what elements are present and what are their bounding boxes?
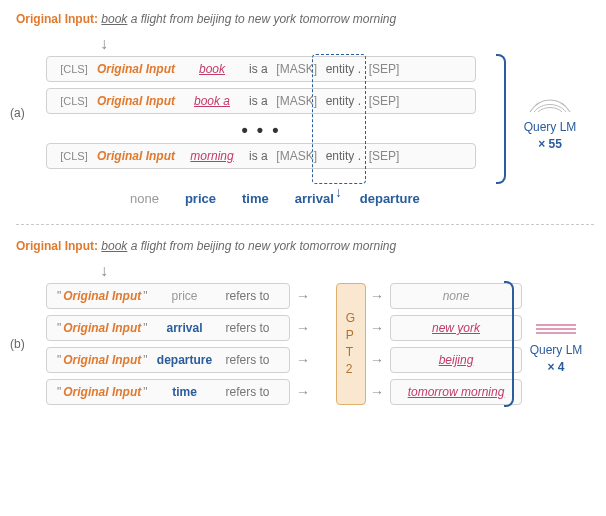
sentence-rest: a flight from beijing to new york tomorr… [127,12,396,26]
query-lm-mult: × 4 [547,360,564,374]
original-input-chip: Original Input [63,385,141,399]
arrow-right-icon: → [290,352,316,368]
mask-token: [MASK] [272,94,322,108]
arrow-right-icon: → [290,288,316,304]
quote-open: " [55,353,63,367]
query-lm-mult: × 55 [538,137,562,151]
arrow-down-icon: ↓ [100,263,594,279]
output-span: new york [432,321,480,335]
span-text: book a [179,94,245,108]
gen-prompt-box: " Original Input " departure refers to [46,347,290,373]
lm-arc-icon [528,94,572,114]
arrow-right-icon: → [290,320,316,336]
refers-to: refers to [220,385,270,399]
gpt2-box: G P T 2 [336,283,366,405]
section-b: Original Input: book a flight from beiji… [16,239,594,405]
quote-open: " [55,385,63,399]
label-time: time [242,191,269,206]
sep-token: [SEP] [365,94,403,108]
original-input-label: Original Input: [16,239,98,253]
section-b-rows: (b) G P T 2 Query LM × 4 " Original Inpu… [16,283,594,405]
section-divider [16,224,594,225]
span-text: morning [179,149,245,163]
original-input-line-a: Original Input: book a flight from beiji… [16,12,594,26]
original-sentence: book a flight from beijing to new york t… [101,239,396,253]
section-a: Original Input: book a flight from beiji… [16,12,594,206]
arrow-right-icon: → [364,288,390,304]
query-lm-label: Query LM [530,343,583,357]
label-arrival: arrival [295,191,334,206]
gen-prompt-box: " Original Input " price refers to [46,283,290,309]
is-a-text: is a [245,149,272,163]
original-input-chip: Original Input [93,94,179,108]
label-candidates: none price time arrival departure [130,191,594,206]
original-input-chip: Original Input [63,321,141,335]
quote-close: " [141,289,149,303]
mask-arrow-icon: ↓ [335,184,342,200]
arrow-right-icon: → [364,384,390,400]
prompt-row: [CLS] Original Input book is a [MASK] en… [46,56,476,82]
bracket-icon [504,281,514,407]
mask-token: [MASK] [272,62,322,76]
output-span: tomorrow morning [408,385,505,399]
label-departure: departure [360,191,420,206]
quote-close: " [141,353,149,367]
slot-name: time [150,385,220,399]
query-lm-label: Query LM [524,120,577,134]
original-input-label: Original Input: [16,12,98,26]
output-span: none [443,289,470,303]
prompt-row: [CLS] Original Input morning is a [MASK]… [46,143,476,169]
label-none: none [130,191,159,206]
original-input-chip: Original Input [63,353,141,367]
span-text: book [179,62,245,76]
lm-lines-icon [534,321,578,337]
section-b-marker: (b) [10,337,25,351]
original-input-chip: Original Input [93,149,179,163]
query-lm-b: Query LM × 4 [520,321,592,375]
section-a-marker: (a) [10,106,25,120]
bracket-icon [496,54,506,184]
section-a-rows: (a) ↓ [CLS] Original Input book is a [MA… [16,56,594,169]
query-lm-a: Query LM × 55 [514,94,586,152]
original-sentence: book a flight from beijing to new york t… [101,12,396,26]
gen-output-box: beijing [390,347,522,373]
original-input-line-b: Original Input: book a flight from beiji… [16,239,594,253]
prompt-row: [CLS] Original Input book a is a [MASK] … [46,88,476,114]
ellipsis-icon: • • • [46,120,476,141]
gen-output-box: new york [390,315,522,341]
label-price: price [185,191,216,206]
output-span: beijing [439,353,474,367]
arrow-right-icon: → [290,384,316,400]
quote-open: " [55,321,63,335]
underlined-span: book [101,239,127,253]
gen-prompt-box: " Original Input " arrival refers to [46,315,290,341]
arrow-down-icon: ↓ [100,36,594,52]
sentence-rest: a flight from beijing to new york tomorr… [127,239,396,253]
mask-token: [MASK] [272,149,322,163]
slot-name: price [150,289,220,303]
underlined-span: book [101,12,127,26]
quote-close: " [141,321,149,335]
slot-name: arrival [150,321,220,335]
gen-output-box: none [390,283,522,309]
is-a-text: is a [245,62,272,76]
quote-close: " [141,385,149,399]
original-input-chip: Original Input [63,289,141,303]
cls-token: [CLS] [55,150,93,162]
gpt2-label: G P T 2 [346,310,356,377]
is-a-text: is a [245,94,272,108]
arrow-right-icon: → [364,352,390,368]
sep-token: [SEP] [365,62,403,76]
original-input-chip: Original Input [93,62,179,76]
sep-token: [SEP] [365,149,403,163]
slot-name: departure [150,353,220,367]
quote-open: " [55,289,63,303]
refers-to: refers to [220,321,270,335]
gpt2-column: G P T 2 [336,283,366,405]
arrow-right-icon: → [364,320,390,336]
cls-token: [CLS] [55,63,93,75]
refers-to: refers to [220,289,270,303]
cls-token: [CLS] [55,95,93,107]
gen-prompt-box: " Original Input " time refers to [46,379,290,405]
refers-to: refers to [220,353,270,367]
